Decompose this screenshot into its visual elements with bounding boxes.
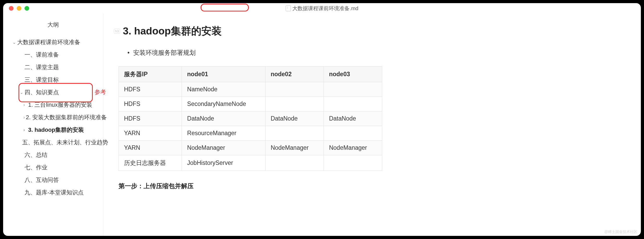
table-cell: ResourceManager xyxy=(182,126,265,141)
table-cell: 历史日志服务器 xyxy=(119,155,182,171)
table-cell: NodeManager xyxy=(324,141,382,155)
table-cell xyxy=(265,126,324,141)
table-cell: YARN xyxy=(119,141,182,155)
table-cell: DataNode xyxy=(182,111,265,126)
step-heading: 第一步：上传压缩包并解压 xyxy=(119,182,623,190)
outline-item-label: 大数据课程课前环境准备 xyxy=(17,38,80,46)
table-cell: DataNode xyxy=(324,111,382,126)
table-row: HDFSNameNode xyxy=(119,82,382,97)
maximize-icon[interactable] xyxy=(24,6,29,11)
outline-item-label: 一、课前准备 xyxy=(24,51,59,59)
outline-item[interactable]: ›一、课前准备 xyxy=(3,49,103,61)
heading-level-badge: h3 xyxy=(114,29,120,34)
outline-item[interactable]: ›五、拓展点、未来计划、行业趋势 xyxy=(3,136,103,149)
chevron-down-icon[interactable]: ⌄ xyxy=(20,90,23,95)
outline-item-label: 五、拓展点、未来计划、行业趋势 xyxy=(22,139,108,146)
table-cell: HDFS xyxy=(119,82,182,97)
outline-sidebar: 大纲 ⌄大数据课程课前环境准备›一、课前准备›二、课堂主题›三、课堂目标⌄四、知… xyxy=(3,14,103,236)
table-cell: HDFS xyxy=(119,111,182,126)
table-row: HDFSSecondaryNameNode xyxy=(119,97,382,111)
section-heading: 3. hadoop集群的安装 xyxy=(123,24,221,38)
table-cell: SecondaryNameNode xyxy=(182,97,265,111)
close-icon[interactable] xyxy=(9,6,14,11)
table-row: YARNNodeManagerNodeManagerNodeManager xyxy=(119,141,382,155)
table-header: node01 xyxy=(182,67,265,82)
editor-content[interactable]: h3 3. hadoop集群的安装 安装环境服务部署规划 服务器IPnode01… xyxy=(103,14,641,236)
window-controls xyxy=(3,6,29,11)
table-row: YARNResourceManager xyxy=(119,126,382,141)
outline-item[interactable]: ›1. 三台linux服务器的安装 xyxy=(3,99,103,111)
outline-item[interactable]: ›2. 安装大数据集群前的环境准备 xyxy=(3,111,103,124)
table-cell: NodeManager xyxy=(182,141,265,155)
outline-item[interactable]: ›3. hadoop集群的安装 xyxy=(3,124,103,136)
chevron-right-icon[interactable]: › xyxy=(23,128,27,132)
table-cell: NameNode xyxy=(182,82,265,97)
table-header: node02 xyxy=(265,67,324,82)
table-row: 历史日志服务器JobHistoryServer xyxy=(119,155,382,171)
outline-item-label: 八、互动问答 xyxy=(24,176,59,184)
app-window: 大数据课程课前环境准备.md 大纲 ⌄大数据课程课前环境准备›一、课前准备›二、… xyxy=(3,3,641,236)
chevron-right-icon[interactable]: › xyxy=(23,115,25,120)
outline-item-label: 四、知识要点 xyxy=(24,88,59,96)
deployment-table: 服务器IPnode01node02node03HDFSNameNodeHDFSS… xyxy=(119,66,382,171)
table-cell xyxy=(265,155,324,171)
outline-item[interactable]: ⌄四、知识要点 xyxy=(3,86,103,99)
table-cell xyxy=(324,82,382,97)
outline-item-label: 七、作业 xyxy=(24,164,47,171)
outline-item[interactable]: ›三、课堂目标 xyxy=(3,74,103,86)
table-cell: JobHistoryServer xyxy=(182,155,265,171)
table-cell: HDFS xyxy=(119,97,182,111)
sidebar-title: 大纲 xyxy=(3,21,103,29)
outline-item[interactable]: ›九、题库-本堂课知识点 xyxy=(3,186,103,199)
outline-item[interactable]: ⌄大数据课程课前环境准备 xyxy=(3,36,103,49)
table-cell xyxy=(265,82,324,97)
outline-item-label: 1. 三台linux服务器的安装 xyxy=(28,101,92,109)
table-cell: NodeManager xyxy=(265,141,324,155)
table-cell: YARN xyxy=(119,126,182,141)
outline-item-label: 六、总结 xyxy=(24,151,47,159)
outline-item[interactable]: ›六、总结 xyxy=(3,149,103,161)
minimize-icon[interactable] xyxy=(17,6,21,11)
table-cell xyxy=(324,155,382,171)
bullet-text: 安装环境服务部署规划 xyxy=(127,49,623,57)
outline-item-label: 2. 安装大数据集群前的环境准备 xyxy=(26,113,107,121)
table-cell xyxy=(265,97,324,111)
outline-item[interactable]: ›七、作业 xyxy=(3,161,103,174)
filename-label: 大数据课程课前环境准备.md xyxy=(292,5,358,12)
table-header: node03 xyxy=(324,67,382,82)
outline-item-label: 二、课堂主题 xyxy=(24,63,59,71)
document-title: 大数据课程课前环境准备.md xyxy=(286,5,358,12)
outline-item-label: 3. hadoop集群的安装 xyxy=(28,126,84,134)
outline-item-label: 三、课堂目标 xyxy=(24,76,59,84)
table-header: 服务器IP xyxy=(119,67,182,82)
chevron-right-icon[interactable]: › xyxy=(23,103,27,107)
outline-item[interactable]: ›八、互动问答 xyxy=(3,174,103,186)
table-cell xyxy=(324,126,382,141)
outline-item-label: 九、题库-本堂课知识点 xyxy=(24,189,84,196)
table-cell: DataNode xyxy=(265,111,324,126)
outline-item[interactable]: ›二、课堂主题 xyxy=(3,61,103,74)
table-cell xyxy=(324,97,382,111)
titlebar: 大数据课程课前环境准备.md xyxy=(3,3,641,14)
markdown-file-icon xyxy=(286,5,291,11)
chevron-down-icon[interactable]: ⌄ xyxy=(13,40,16,45)
table-row: HDFSDataNodeDataNodeDataNode xyxy=(119,111,382,126)
